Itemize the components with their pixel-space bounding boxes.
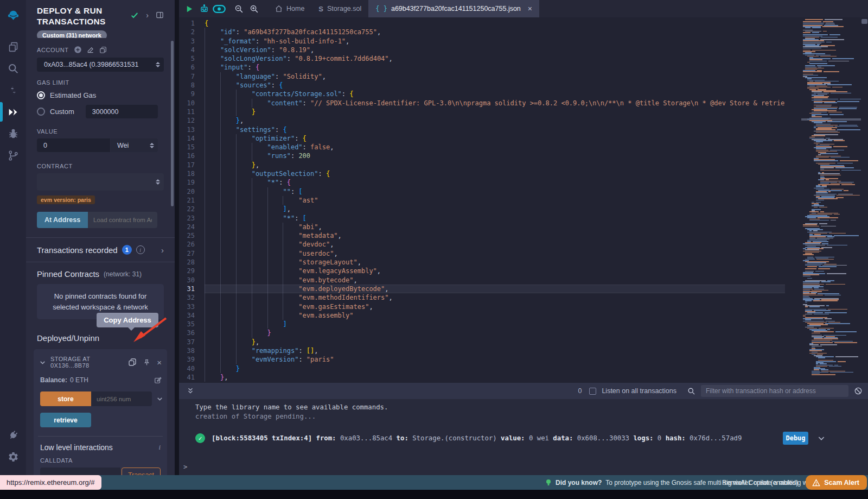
code-line[interactable]: 16"runs": 200 [179, 151, 785, 160]
transact-button[interactable]: Transact [122, 468, 161, 475]
edit-account-icon[interactable] [87, 46, 94, 54]
terminal-prompt[interactable]: > [183, 463, 187, 471]
code-line[interactable]: 28"storageLayout", [179, 258, 785, 267]
code-line[interactable]: 35] [179, 320, 785, 329]
code-line[interactable]: 13"settings": { [179, 125, 785, 134]
pin-contract-icon[interactable] [143, 358, 151, 367]
code-line[interactable]: 37}, [179, 338, 785, 346]
at-address-button[interactable]: At Address [37, 212, 88, 228]
tab-home[interactable]: Home [268, 0, 311, 17]
code-line[interactable]: 15"enabled": false, [179, 143, 785, 151]
code-line[interactable]: 20"": [ [179, 187, 785, 196]
editor-scrollbar[interactable] [861, 17, 867, 380]
edit-balance-icon[interactable] [154, 376, 162, 384]
code-line[interactable]: 9"contracts/Storage.sol": { [179, 90, 785, 98]
info-icon[interactable]: i [136, 245, 145, 254]
search-icon[interactable] [0, 58, 26, 79]
terminal-header[interactable]: 0 Listen on all transactions [179, 383, 868, 399]
debugger-icon[interactable] [0, 123, 26, 144]
info-icon[interactable]: i [158, 443, 161, 452]
code-line[interactable]: 27"userdoc", [179, 249, 785, 258]
copilot-status[interactable]: RemixAI Copilot (enabled) [722, 479, 798, 487]
clear-filter-ban-icon[interactable] [854, 387, 863, 395]
transaction-filter-input[interactable] [701, 385, 848, 397]
contract-stepper[interactable] [156, 179, 160, 185]
zoom-in-icon[interactable] [246, 0, 261, 17]
expand-panel-chevron-icon[interactable]: › [146, 11, 149, 20]
ai-assistant-robot-icon[interactable] [196, 0, 212, 17]
load-contract-address-input[interactable] [88, 212, 157, 228]
code-line[interactable]: 41}, [179, 373, 785, 382]
store-argument-input[interactable] [91, 391, 152, 406]
pin-panel-icon[interactable] [156, 11, 164, 19]
account-select[interactable]: 0xA03...85ac4 (0.39866531531 [37, 58, 164, 72]
code-line[interactable]: 14"optimizer": { [179, 134, 785, 143]
code-line[interactable]: 36} [179, 329, 785, 337]
terminal-output[interactable]: Type the library name to see available c… [179, 399, 868, 475]
calldata-input[interactable] [40, 468, 120, 475]
code-line[interactable]: 34"evm.assembly" [179, 311, 785, 320]
value-unit-stepper[interactable] [150, 143, 154, 148]
code-line[interactable]: 29"evm.legacyAssembly", [179, 267, 785, 275]
value-input[interactable] [37, 138, 110, 152]
chevron-right-icon[interactable]: › [161, 245, 164, 255]
contract-select[interactable] [37, 173, 164, 191]
run-script-play-icon[interactable] [181, 0, 196, 17]
tab-build-info-json[interactable]: { } a69b43f277ba20fcac141151250ca755.jso… [368, 0, 539, 17]
expand-tx-chevron-icon[interactable] [817, 434, 826, 443]
copilot-toggle-icon[interactable] [212, 0, 227, 17]
code-line[interactable]: 39"evmVersion": "paris" [179, 355, 785, 364]
git-branch-icon[interactable] [0, 144, 26, 166]
custom-gas-radio[interactable] [37, 108, 45, 116]
transactions-recorded-row[interactable]: Transactions recorded 1 i › [26, 238, 175, 262]
code-line[interactable]: 25"metadata", [179, 231, 785, 240]
value-unit-select[interactable]: Wei [111, 138, 158, 152]
zoom-out-icon[interactable] [231, 0, 246, 17]
code-line[interactable]: 4"solcVersion": "0.8.19", [179, 46, 785, 54]
code-line[interactable]: 6"input": { [179, 63, 785, 72]
code-line[interactable]: 32"evm.methodIdentifiers", [179, 293, 785, 302]
code-line[interactable]: 40} [179, 364, 785, 373]
account-stepper[interactable] [156, 62, 160, 67]
transaction-log-row[interactable]: ✓ [block:5583405 txIndex:4] from: 0xa03.… [195, 432, 868, 445]
file-explorer-icon[interactable] [0, 36, 26, 58]
estimated-gas-radio[interactable] [37, 91, 45, 99]
code-line[interactable]: 19"*": { [179, 178, 785, 187]
code-line[interactable]: 8"sources": { [179, 81, 785, 90]
code-line[interactable]: 24"abi", [179, 223, 785, 231]
code-line[interactable]: 26"devdoc", [179, 240, 785, 249]
close-tab-icon[interactable]: × [528, 4, 532, 13]
store-function-button[interactable]: store [40, 391, 91, 406]
copy-address-icon[interactable] [128, 358, 137, 367]
code-line[interactable]: 22], [179, 205, 785, 213]
code-editor[interactable]: 1{2"id": "a69b43f277ba20fcac141151250ca7… [179, 17, 868, 383]
code-line[interactable]: 2"id": "a69b43f277ba20fcac141151250ca755… [179, 28, 785, 36]
add-account-icon[interactable] [74, 46, 82, 54]
scam-alert-badge[interactable]: Scam Alert [806, 475, 867, 490]
collapse-chevron-icon[interactable] [39, 359, 46, 366]
code-line[interactable]: 23"*": [ [179, 214, 785, 223]
code-line[interactable]: 21"ast" [179, 196, 785, 205]
plugin-manager-icon[interactable] [0, 424, 26, 446]
panel-scrollbar[interactable] [171, 41, 174, 206]
tab-storage-sol[interactable]: S Storage.sol [311, 0, 368, 17]
expand-args-chevron-icon[interactable] [156, 395, 163, 402]
minimap[interactable] [801, 19, 861, 382]
remix-logo-icon[interactable] [0, 4, 26, 26]
code-line[interactable]: 12}, [179, 116, 785, 125]
solidity-compiler-icon[interactable] [0, 79, 26, 101]
settings-gear-icon[interactable] [0, 446, 26, 468]
listen-transactions-checkbox[interactable] [589, 388, 596, 395]
code-line[interactable]: 10"content": "// SPDX-License-Identifier… [179, 99, 785, 108]
code-line[interactable]: 1{ [179, 19, 785, 28]
debug-button[interactable]: Debug [783, 432, 808, 445]
code-line[interactable]: 5"solcLongVersion": "0.8.19+commit.7dd6d… [179, 54, 785, 63]
retrieve-function-button[interactable]: retrieve [40, 413, 91, 427]
copy-account-icon[interactable] [99, 46, 107, 54]
code-line[interactable]: 11} [179, 108, 785, 116]
deploy-run-icon[interactable] [0, 101, 26, 123]
code-line[interactable]: 33"evm.gasEstimates", [179, 302, 785, 311]
code-line[interactable]: 31"evm.deployedBytecode", [179, 285, 785, 293]
code-line[interactable]: 38"remappings": [], [179, 346, 785, 355]
collapse-terminal-icon[interactable] [187, 387, 194, 395]
